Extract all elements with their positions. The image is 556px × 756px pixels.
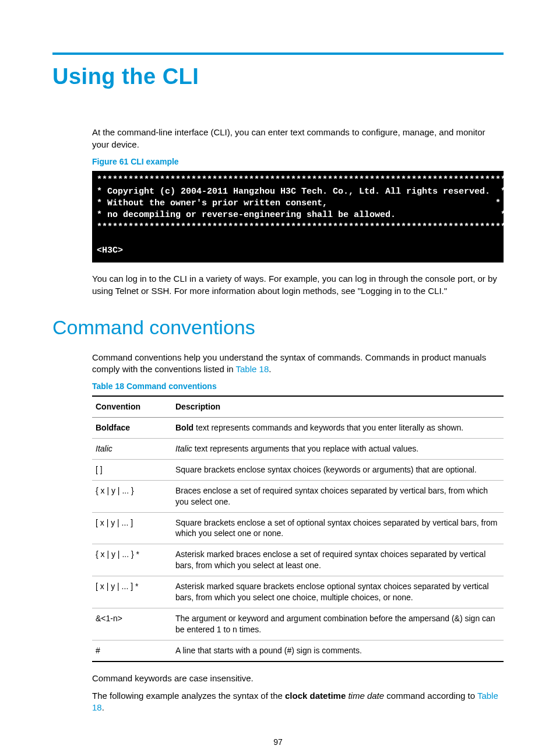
table-link[interactable]: Table 18 xyxy=(236,364,269,374)
syntax-example-text-a: The following example analyzes the synta… xyxy=(92,691,285,701)
convention-cell: # xyxy=(92,640,172,661)
description-cell: Italic text represents arguments that yo… xyxy=(172,439,504,460)
convention-cell: Boldface xyxy=(92,418,172,439)
description-cell: Braces enclose a set of required syntax … xyxy=(172,480,504,512)
convention-cell: Italic xyxy=(92,439,172,460)
convention-cell: { x | y | ... } xyxy=(92,480,172,512)
description-cell: Square brackets enclose syntax choices (… xyxy=(172,459,504,480)
conventions-intro: Command conventions help you understand … xyxy=(92,352,504,376)
table-row: { x | y | ... } *Asterisk marked braces … xyxy=(92,544,504,576)
section-command-conventions: Command conventions help you understand … xyxy=(92,352,504,714)
description-cell: A line that starts with a pound (#) sign… xyxy=(172,640,504,661)
description-prefix: Bold xyxy=(175,423,193,432)
description-cell: The argument or keyword and argument com… xyxy=(172,608,504,640)
description-text: text represents commands and keywords th… xyxy=(193,423,463,432)
table-header-description: Description xyxy=(172,396,504,417)
conventions-intro-text-a: Command conventions help you understand … xyxy=(92,352,486,374)
intro-paragraph: At the command-line interface (CLI), you… xyxy=(92,127,504,150)
convention-text: [ x | y | ... ] xyxy=(96,518,133,527)
convention-text: # xyxy=(96,646,100,655)
description-text: Asterisk marked square brackets enclose … xyxy=(175,582,489,602)
syntax-example-text-b: command according to xyxy=(384,691,477,701)
description-text: Braces enclose a set of required syntax … xyxy=(175,486,488,506)
description-text: Square brackets enclose syntax choices (… xyxy=(175,465,477,474)
page-title: Using the CLI xyxy=(52,62,504,92)
table-header-convention: Convention xyxy=(92,396,172,417)
section-title-command-conventions: Command conventions xyxy=(52,314,504,341)
table-row: #A line that starts with a pound (#) sig… xyxy=(92,640,504,661)
table-row: BoldfaceBold text represents commands an… xyxy=(92,418,504,439)
description-text: Asterisk marked braces enclose a set of … xyxy=(175,550,485,570)
convention-cell: { x | y | ... } * xyxy=(92,544,172,576)
convention-text: { x | y | ... } * xyxy=(96,550,139,559)
syntax-example-text-c: . xyxy=(102,702,104,712)
convention-cell: [ x | y | ... ] * xyxy=(92,576,172,608)
convention-text: Boldface xyxy=(96,423,130,432)
description-cell: Asterisk marked braces enclose a set of … xyxy=(172,544,504,576)
convention-text: [ ] xyxy=(96,465,103,474)
convention-text: [ x | y | ... ] * xyxy=(96,582,138,591)
description-text: Square brackets enclose a set of optiona… xyxy=(175,518,498,538)
after-cli-paragraph: You can log in to the CLI in a variety o… xyxy=(92,273,504,297)
command-conventions-table: Convention Description BoldfaceBold text… xyxy=(92,396,504,662)
document-page: Using the CLI At the command-line interf… xyxy=(0,0,556,756)
conventions-intro-text-b: . xyxy=(269,364,271,374)
table-row: [ ]Square brackets enclose syntax choice… xyxy=(92,459,504,480)
figure-caption: Figure 61 CLI example xyxy=(92,156,504,167)
convention-text: { x | y | ... } xyxy=(96,486,134,495)
description-cell: Square brackets enclose a set of optiona… xyxy=(172,512,504,544)
convention-text: &<1-n> xyxy=(96,614,122,623)
description-cell: Asterisk marked square brackets enclose … xyxy=(172,576,504,608)
table-row: &<1-n>The argument or keyword and argume… xyxy=(92,608,504,640)
description-text: The argument or keyword and argument com… xyxy=(175,614,495,634)
after-table-paragraph-1: Command keywords are case insensitive. xyxy=(92,673,504,684)
description-cell: Bold text represents commands and keywor… xyxy=(172,418,504,439)
table-caption: Table 18 Command conventions xyxy=(92,381,504,392)
table-row: [ x | y | ... ]Square brackets enclose a… xyxy=(92,512,504,544)
section-intro: At the command-line interface (CLI), you… xyxy=(92,127,504,297)
description-text: text represents arguments that you repla… xyxy=(192,444,418,453)
description-text: A line that starts with a pound (#) sign… xyxy=(175,646,362,655)
convention-cell: [ x | y | ... ] xyxy=(92,512,172,544)
table-row: [ x | y | ... ] *Asterisk marked square … xyxy=(92,576,504,608)
top-rule xyxy=(52,52,504,55)
after-table-paragraph-2: The following example analyzes the synta… xyxy=(92,690,504,714)
convention-cell: &<1-n> xyxy=(92,608,172,640)
convention-cell: [ ] xyxy=(92,459,172,480)
table-row: { x | y | ... }Braces enclose a set of r… xyxy=(92,480,504,512)
cli-terminal-block: ****************************************… xyxy=(92,171,504,263)
convention-text: Italic xyxy=(96,444,112,453)
table-row: ItalicItalic text represents arguments t… xyxy=(92,439,504,460)
syntax-example-args: time date xyxy=(346,691,384,701)
page-number: 97 xyxy=(52,737,504,748)
description-prefix: Italic xyxy=(175,444,192,453)
syntax-example-command: clock datetime xyxy=(285,691,346,701)
